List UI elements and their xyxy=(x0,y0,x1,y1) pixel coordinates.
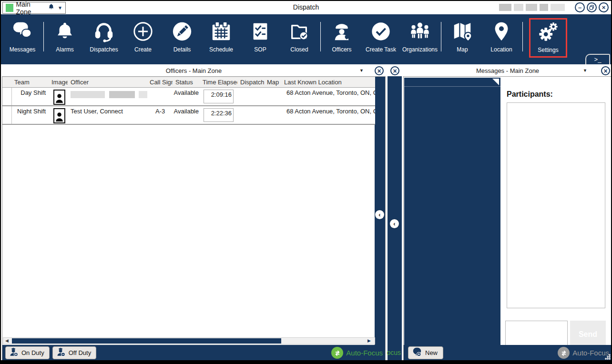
plus-circle-icon xyxy=(132,20,154,43)
officers-panel-margin: ‹ xyxy=(375,77,385,361)
officers-table-header: Team Image Officer Call Sign Status Time… xyxy=(2,77,375,88)
cell-image xyxy=(49,106,68,124)
table-row[interactable]: Day Shift Available xyxy=(2,88,375,106)
scroll-right-icon[interactable]: ▶ xyxy=(367,338,371,343)
toolbar-separator xyxy=(43,22,44,51)
collapse-left-icon[interactable]: ‹ xyxy=(375,210,384,219)
row-selector[interactable] xyxy=(2,106,12,124)
time-elapsed-box: 2:22:36 xyxy=(204,108,234,122)
cell-map xyxy=(265,88,282,105)
toolbar-item-settings[interactable]: Settings xyxy=(529,18,567,58)
toolbar-item-closed[interactable]: Closed xyxy=(280,18,319,53)
toolbar-label: Create xyxy=(134,46,152,53)
cell-map xyxy=(265,106,282,124)
minimize-button[interactable]: – xyxy=(575,2,585,12)
messages-footer-bar: New Auto-Focus xyxy=(404,345,612,361)
auto-focus-label: Auto-Focus xyxy=(346,349,383,357)
people-group-icon xyxy=(408,20,431,43)
toolbar-item-create-task[interactable]: Create Task xyxy=(361,18,400,53)
close-button[interactable]: × xyxy=(599,2,609,12)
chevron-down-icon[interactable]: ▼ xyxy=(359,68,364,73)
toolbar-item-alarms[interactable]: Alarms xyxy=(45,18,84,53)
column-header-map[interactable]: Map xyxy=(265,77,282,87)
scroll-left-icon[interactable]: ◀ xyxy=(5,338,9,343)
officers-close-button[interactable]: × xyxy=(375,66,384,75)
cell-officer redacted-text xyxy=(68,88,147,105)
column-header-image[interactable]: Image xyxy=(49,77,68,87)
scrollbar-thumb[interactable] xyxy=(12,338,281,344)
column-header-time-elapsed[interactable]: Time Elapsed xyxy=(200,77,238,87)
map-pin-icon xyxy=(490,20,513,43)
column-header-last-known-location[interactable]: Last Known Location xyxy=(282,77,375,87)
terminal-tab[interactable]: >_ xyxy=(585,54,610,64)
participants-list[interactable] xyxy=(507,102,605,308)
table-row[interactable]: Night Shift Test User, Connect A-3 Avail… xyxy=(2,106,375,125)
cell-call-sign xyxy=(147,88,173,105)
bell-icon xyxy=(53,20,76,43)
auto-focus-arrows-icon xyxy=(558,347,570,359)
horizontal-scrollbar[interactable]: ◀ ▶ xyxy=(3,337,375,344)
message-input[interactable] xyxy=(505,321,568,348)
column-header-status[interactable]: Status xyxy=(173,77,200,87)
new-message-button[interactable]: New xyxy=(408,346,443,359)
off-duty-button[interactable]: Off Duty xyxy=(52,346,96,359)
calendar-icon xyxy=(210,20,233,43)
column-header-call-sign[interactable]: Call Sign xyxy=(147,77,173,87)
participants-label: Participants: xyxy=(507,90,553,99)
toolbar-label: Messages xyxy=(10,46,36,53)
folder-check-icon xyxy=(288,20,311,43)
toolbar-label: Alarms xyxy=(56,46,73,53)
toolbar-item-officers[interactable]: Officers xyxy=(322,18,361,53)
toolbar-item-organizations[interactable]: Organizations xyxy=(400,18,439,53)
toolbar-item-sop[interactable]: SOP xyxy=(241,18,280,53)
cell-call-sign: A-3 xyxy=(147,106,173,124)
toolbar-label: Organizations xyxy=(402,46,438,53)
column-header-dispatch[interactable]: Dispatch xyxy=(238,77,265,87)
new-label: New xyxy=(425,349,438,356)
collapse-left-icon[interactable]: ‹ xyxy=(390,219,399,228)
chat-plus-icon xyxy=(412,347,422,359)
collapsed-panel-strip: × ‹ ocus xyxy=(388,66,402,361)
column-header-selector[interactable] xyxy=(2,77,12,87)
toolbar-label: Create Task xyxy=(366,46,396,53)
checklist-icon xyxy=(249,20,272,43)
toolbar-item-details[interactable]: Details xyxy=(163,18,202,53)
off-duty-label: Off Duty xyxy=(69,349,91,356)
auto-focus-toggle-disabled[interactable]: Auto-Focus xyxy=(558,347,609,359)
column-header-team[interactable]: Team xyxy=(12,77,49,87)
person-plus-icon xyxy=(9,347,19,359)
window-controls: – × xyxy=(575,2,609,12)
chevron-down-icon[interactable]: ▼ xyxy=(583,68,587,73)
column-header-officer[interactable]: Officer xyxy=(68,77,147,87)
toolbar-item-create[interactable]: Create xyxy=(123,18,163,53)
row-selector[interactable] xyxy=(2,88,12,105)
toolbar-item-messages[interactable]: Messages xyxy=(3,18,42,53)
conversation-list-header xyxy=(404,78,500,87)
toolbar-label: Settings xyxy=(538,47,558,53)
on-duty-button[interactable]: On Duty xyxy=(5,346,50,359)
conversation-list[interactable] xyxy=(404,78,500,345)
cell-time-elapsed: 2:09:16 xyxy=(200,88,238,105)
time-elapsed-box: 2:09:16 xyxy=(204,90,234,103)
toolbar-item-map[interactable]: Map xyxy=(443,18,482,53)
toolbar-item-location[interactable]: Location xyxy=(482,18,521,53)
officer-avatar xyxy=(53,90,65,105)
toolbar-item-schedule[interactable]: Schedule xyxy=(202,18,241,53)
window-bottom-edge xyxy=(1,360,611,363)
cell-status: Available xyxy=(173,106,200,124)
officers-panel-header: Officers - Main Zone ▼ × xyxy=(2,66,386,76)
toolbar-label: Details xyxy=(173,46,191,53)
send-button[interactable]: Send xyxy=(570,321,606,348)
toolbar-separator xyxy=(522,22,523,51)
collapsed-panel-body: ‹ ocus xyxy=(388,76,402,361)
auto-focus-toggle[interactable]: Auto-Focus xyxy=(331,347,383,359)
collapsed-panel-close-button[interactable]: × xyxy=(390,66,399,75)
headset-icon xyxy=(92,20,115,43)
messages-close-button[interactable]: × xyxy=(601,66,610,75)
pencil-circle-icon xyxy=(171,20,194,43)
restore-button[interactable] xyxy=(587,2,597,12)
resize-grip[interactable] xyxy=(605,354,611,360)
toolbar-item-dispatches[interactable]: Dispatches xyxy=(84,18,123,53)
toolbar-label: Schedule xyxy=(209,46,233,53)
chat-bubbles-icon xyxy=(11,20,34,43)
